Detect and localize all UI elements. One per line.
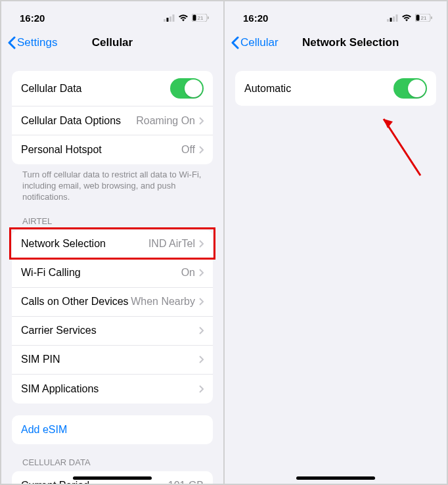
svg-text:21: 21 <box>198 15 204 21</box>
row-label: Cellular Data <box>21 83 81 95</box>
chevron-right-icon <box>199 146 204 154</box>
row-label: SIM PIN <box>21 354 60 365</box>
svg-marker-17 <box>384 119 393 128</box>
status-time: 16:20 <box>20 12 45 24</box>
toggle-automatic[interactable] <box>393 78 427 99</box>
row-right: IND AirTel <box>148 238 204 250</box>
row-cellular-data[interactable]: Cellular Data <box>12 71 213 106</box>
wifi-icon <box>401 14 412 22</box>
toggle-cellular-data[interactable] <box>170 78 204 99</box>
content-area: Automatic <box>225 71 447 106</box>
row-detail: IND AirTel <box>148 238 195 250</box>
back-button[interactable]: Settings <box>8 36 57 49</box>
row-label: Calls on Other Devices <box>21 296 129 308</box>
svg-rect-2 <box>169 16 171 22</box>
row-label: Automatic <box>244 83 291 95</box>
status-bar: 16:20 21 <box>1 1 223 30</box>
row-detail: Roaming On <box>136 115 195 127</box>
row-right: On <box>181 267 204 279</box>
svg-rect-1 <box>167 18 169 22</box>
svg-rect-10 <box>393 16 395 22</box>
nav-bar: Settings Cellular <box>1 30 223 59</box>
footer-text: Turn off cellular data to restrict all d… <box>12 164 213 203</box>
chevron-right-icon <box>199 298 204 306</box>
row-carrier-services[interactable]: Carrier Services <box>12 317 213 346</box>
row-sim-pin[interactable]: SIM PIN <box>12 346 213 375</box>
svg-rect-8 <box>387 19 389 22</box>
row-wifi-calling[interactable]: Wi-Fi Calling On <box>12 259 213 288</box>
row-sim-applications[interactable]: SIM Applications <box>12 375 213 404</box>
row-right <box>199 327 204 335</box>
svg-rect-9 <box>390 18 392 22</box>
chevron-left-icon <box>231 36 239 49</box>
svg-rect-3 <box>173 14 175 22</box>
row-automatic[interactable]: Automatic <box>235 71 436 106</box>
svg-rect-14 <box>431 16 432 19</box>
chevron-right-icon <box>199 327 204 335</box>
svg-rect-13 <box>416 15 420 21</box>
chevron-left-icon <box>8 36 16 49</box>
section-header-cellular-data: CELLULAR DATA <box>12 444 213 471</box>
wifi-icon <box>178 14 189 22</box>
row-label: Carrier Services <box>21 325 97 336</box>
back-button[interactable]: Cellular <box>231 36 279 49</box>
battery-icon: 21 <box>415 14 432 22</box>
nav-bar: Cellular Network Selection <box>225 30 447 59</box>
cellular-signal-icon <box>164 14 175 22</box>
row-detail: On <box>181 267 195 279</box>
cellular-signal-icon <box>387 14 398 22</box>
chevron-right-icon <box>199 356 204 363</box>
row-right: When Nearby <box>131 296 204 308</box>
group-network-selection: Automatic <box>235 71 436 106</box>
row-right: Off <box>181 144 204 156</box>
group-add-esim: Add eSIM <box>12 415 213 444</box>
row-label: Network Selection <box>21 238 106 250</box>
row-label: Add eSIM <box>21 424 67 436</box>
row-label: Cellular Data Options <box>21 115 121 127</box>
chevron-right-icon <box>199 385 204 393</box>
row-label: SIM Applications <box>21 383 99 395</box>
status-bar: 16:20 21 <box>225 1 447 30</box>
chevron-right-icon <box>199 269 204 277</box>
phone-left: 16:20 21 Settings Cellular Cellular Data… <box>1 1 223 484</box>
row-cellular-options[interactable]: Cellular Data Options Roaming On <box>12 106 213 135</box>
row-detail: Off <box>181 144 195 156</box>
svg-rect-5 <box>193 15 196 21</box>
svg-rect-0 <box>164 19 166 22</box>
back-label: Settings <box>17 36 57 49</box>
battery-icon: 21 <box>192 14 209 22</box>
svg-line-16 <box>384 119 420 175</box>
row-personal-hotspot[interactable]: Personal Hotspot Off <box>12 135 213 164</box>
row-label: Wi-Fi Calling <box>21 267 81 279</box>
chevron-right-icon <box>199 240 204 248</box>
status-icons: 21 <box>387 14 432 22</box>
row-add-esim[interactable]: Add eSIM <box>12 415 213 444</box>
row-right <box>199 356 204 363</box>
svg-text:21: 21 <box>421 15 427 21</box>
row-detail: 101 GB <box>168 480 204 484</box>
content-area: Cellular Data Cellular Data Options Roam… <box>1 71 223 484</box>
row-label: Current Period <box>21 480 89 484</box>
svg-rect-11 <box>396 14 398 22</box>
row-network-selection[interactable]: Network Selection IND AirTel <box>12 230 213 259</box>
annotation-arrow <box>374 110 427 182</box>
section-header-airtel: AIRTEL <box>12 203 213 230</box>
group-cellular-main: Cellular Data Cellular Data Options Roam… <box>12 71 213 164</box>
phone-right: 16:20 21 Cellular Network Selection Auto… <box>225 1 447 484</box>
home-indicator[interactable] <box>296 476 375 480</box>
svg-rect-6 <box>208 16 209 19</box>
row-right <box>199 385 204 393</box>
page-title: Network Selection <box>302 36 399 49</box>
back-label: Cellular <box>240 36 279 49</box>
status-icons: 21 <box>164 14 209 22</box>
row-detail: When Nearby <box>131 296 195 308</box>
home-indicator[interactable] <box>73 476 152 480</box>
group-airtel: Network Selection IND AirTel Wi-Fi Calli… <box>12 230 213 404</box>
chevron-right-icon <box>199 117 204 125</box>
row-right: Roaming On <box>136 115 204 127</box>
row-label: Personal Hotspot <box>21 144 102 156</box>
row-calls-other-devices[interactable]: Calls on Other Devices When Nearby <box>12 288 213 317</box>
status-time: 16:20 <box>243 12 268 24</box>
page-title: Cellular <box>92 36 133 49</box>
